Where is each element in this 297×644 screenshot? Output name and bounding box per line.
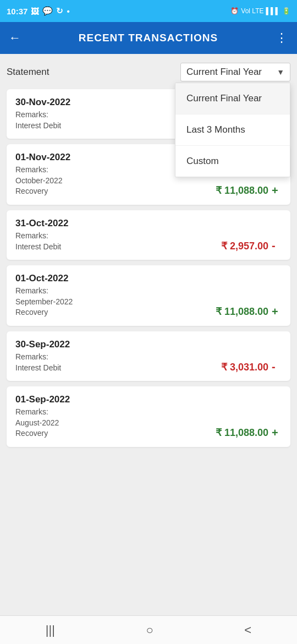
page-title: RECENT TRANSACTIONS [21,32,276,44]
transaction-remarks: Remarks:August-2022Recovery [15,407,70,439]
nav-recent-apps-icon[interactable]: ||| [46,623,55,637]
more-options-button[interactable]: ⋮ [276,31,288,45]
transaction-amount: ₹ 11,088.00 [216,305,268,318]
transaction-card: 01-Oct-2022 Remarks:September-2022Recove… [7,265,290,326]
content-area: Statement Current Final Year ▼ Current F… [0,54,297,615]
message-icon: 💬 [42,6,53,16]
transaction-remarks: Remarks:Interest Debit [15,110,70,131]
transaction-right: ₹ 11,088.00 + [216,184,282,197]
transaction-amount: ₹ 3,031.00 [221,361,268,373]
alarm-icon: ⏰ [230,7,239,15]
transaction-right: ₹ 11,088.00 + [216,305,282,318]
signal-text: Vol LTE [241,7,263,15]
transaction-remarks: Remarks:Interest Debit [15,352,70,373]
transaction-left: 30-Sep-2022 Remarks:Interest Debit [15,339,70,373]
transaction-left: 31-Oct-2022 Remarks:Interest Debit [15,218,68,252]
sync-icon: ↻ [56,6,63,16]
transaction-left: 01-Sep-2022 Remarks:August-2022Recovery [15,394,70,439]
transaction-sign: + [272,184,282,197]
statement-label: Statement [7,67,50,78]
transaction-date: 01-Nov-2022 [15,152,70,163]
transaction-date: 31-Oct-2022 [15,218,68,229]
dot-icon: • [67,7,69,16]
transaction-remarks: Remarks:Interest Debit [15,231,68,252]
transaction-date: 30-Nov-2022 [15,97,70,108]
transaction-date: 30-Sep-2022 [15,339,70,350]
status-left: 10:37 🖼 💬 ↻ • [7,6,70,16]
transaction-left: 30-Nov-2022 Remarks:Interest Debit [15,97,70,131]
transaction-right: ₹ 11,088.00 + [216,427,282,439]
transaction-date: 01-Oct-2022 [15,273,73,284]
transaction-left: 01-Oct-2022 Remarks:September-2022Recove… [15,273,73,318]
dropdown-option-last-3-months[interactable]: Last 3 Months [175,114,290,146]
transaction-right: ₹ 3,031.00 - [221,361,282,373]
transaction-amount: ₹ 11,088.00 [216,184,268,197]
transaction-amount: ₹ 11,088.00 [216,427,268,439]
notification-icon: 🖼 [31,7,39,16]
status-bar: 10:37 🖼 💬 ↻ • ⏰ Vol LTE ▌▌▌ 🔋 [0,0,297,22]
transaction-sign: - [272,239,282,252]
back-button[interactable]: ← [9,31,21,45]
dropdown-option-current-final-year[interactable]: Current Final Year [175,83,290,114]
statement-row: Statement Current Final Year ▼ Current F… [7,63,290,81]
transaction-card: 30-Sep-2022 Remarks:Interest Debit ₹ 3,0… [7,331,290,381]
chevron-down-icon: ▼ [277,68,284,77]
signal-bars: ▌▌▌ [266,7,280,15]
transaction-right: ₹ 2,957.00 - [221,239,282,252]
nav-back-icon[interactable]: < [244,623,251,637]
statement-dropdown[interactable]: Current Final Year ▼ [180,63,290,81]
dropdown-menu: Current Final Year Last 3 Months Custom [175,83,290,177]
transaction-card: 01-Sep-2022 Remarks:August-2022Recovery … [7,386,290,447]
transaction-left: 01-Nov-2022 Remarks:October-2022Recovery [15,152,70,197]
dropdown-option-custom[interactable]: Custom [175,146,290,177]
app-bar: ← RECENT TRANSACTIONS ⋮ [0,22,297,54]
battery-icon: 🔋 [282,7,290,15]
nav-home-icon[interactable]: ○ [146,623,153,637]
transaction-date: 01-Sep-2022 [15,394,70,405]
transaction-card: 31-Oct-2022 Remarks:Interest Debit ₹ 2,9… [7,210,290,260]
dropdown-selected-text: Current Final Year [186,67,262,78]
transaction-sign: + [272,305,282,318]
bottom-navigation: ||| ○ < [0,615,297,644]
transaction-remarks: Remarks:September-2022Recovery [15,286,73,318]
status-right: ⏰ Vol LTE ▌▌▌ 🔋 [230,7,290,15]
time-display: 10:37 [7,7,28,16]
transaction-sign: - [272,361,282,373]
transaction-remarks: Remarks:October-2022Recovery [15,165,70,197]
transaction-amount: ₹ 2,957.00 [221,240,268,252]
transaction-sign: + [272,427,282,439]
